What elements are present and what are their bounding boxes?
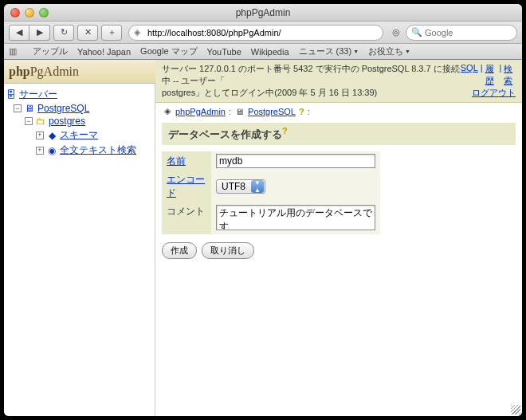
name-input[interactable] bbox=[216, 154, 375, 168]
window-close-button[interactable] bbox=[10, 8, 20, 18]
server-info-banner: サーバー 127.0.0.1 のポート番号 5432 で実行中の Postgre… bbox=[155, 60, 522, 103]
bookmark-wikipedia[interactable]: Wikipedia bbox=[251, 47, 289, 57]
bookmark-youtube[interactable]: YouTube bbox=[207, 47, 241, 57]
bookmarks-bar: ▥ アップル Yahoo! Japan Google マップ YouTube W… bbox=[4, 44, 522, 60]
search-icon: 🔍 bbox=[411, 27, 422, 37]
dropdown-arrow-icon: ▼▲ bbox=[251, 180, 264, 193]
window-zoom-button[interactable] bbox=[39, 8, 49, 18]
url-input[interactable] bbox=[147, 28, 378, 37]
bookmarks-icon[interactable]: ▥ bbox=[9, 46, 23, 57]
bookmark-news[interactable]: ニュース (33)▼ bbox=[299, 45, 359, 57]
fts-icon: ◉ bbox=[46, 145, 57, 156]
tree-schema-node[interactable]: + ◆ スキーマ bbox=[6, 128, 153, 143]
collapse-icon[interactable]: − bbox=[25, 117, 33, 125]
help-icon[interactable]: ? bbox=[282, 126, 288, 135]
nav-tree: 🗄 サーバー − 🖥 PostgreSQL − 🗀 postgres + ◆ ス… bbox=[4, 84, 155, 416]
forward-button[interactable]: ▶ bbox=[29, 25, 50, 41]
servers-icon: 🗄 bbox=[6, 89, 17, 100]
tree-server-node[interactable]: − 🖥 PostgreSQL bbox=[6, 102, 153, 115]
home-button[interactable]: ✕ bbox=[77, 25, 98, 41]
window-minimize-button[interactable] bbox=[25, 8, 34, 18]
server-icon: 🖥 bbox=[234, 106, 245, 116]
window-titlebar: phpPgAdmin bbox=[4, 4, 522, 22]
bookmark-yahoo[interactable]: Yahoo! Japan bbox=[77, 47, 131, 57]
resize-grip[interactable] bbox=[511, 405, 520, 414]
search-link[interactable]: 検索 bbox=[504, 63, 516, 87]
logout-link[interactable]: ログアウト bbox=[472, 87, 516, 99]
search-bar[interactable]: 🔍 bbox=[406, 25, 517, 41]
sql-link[interactable]: SQL bbox=[461, 63, 478, 87]
rss-icon[interactable]: ◎ bbox=[390, 25, 402, 41]
back-button[interactable]: ◀ bbox=[9, 25, 29, 41]
page-heading: データベースを作成する? bbox=[162, 123, 516, 145]
phppgadmin-logo[interactable]: phpPgAdmin bbox=[4, 60, 155, 84]
collapse-icon[interactable]: − bbox=[14, 104, 22, 112]
encoding-label[interactable]: エンコード bbox=[162, 171, 211, 202]
bookmark-apple[interactable]: アップル bbox=[33, 45, 68, 57]
encoding-select[interactable]: UTF8 ▼▲ bbox=[216, 179, 265, 194]
reload-button[interactable]: ↻ bbox=[53, 25, 74, 41]
add-bookmark-button[interactable]: ＋ bbox=[101, 25, 122, 41]
server-icon: 🖥 bbox=[24, 103, 35, 114]
expand-icon[interactable]: + bbox=[36, 131, 44, 139]
comment-label: コメント bbox=[162, 202, 211, 234]
tree-database-node[interactable]: − 🗀 postgres bbox=[6, 115, 153, 128]
name-label[interactable]: 名前 bbox=[162, 151, 211, 171]
window-title: phpPgAdmin bbox=[236, 7, 291, 18]
expand-icon[interactable]: + bbox=[36, 147, 44, 155]
tree-servers-root[interactable]: 🗄 サーバー bbox=[6, 87, 153, 102]
comment-textarea[interactable] bbox=[216, 205, 375, 230]
bookmark-useful[interactable]: お役立ち▼ bbox=[368, 45, 410, 57]
create-button[interactable]: 作成 bbox=[162, 242, 197, 259]
cancel-button[interactable]: 取り消し bbox=[202, 242, 254, 259]
breadcrumb-server[interactable]: PostgreSQL bbox=[248, 107, 296, 116]
breadcrumb-root[interactable]: phpPgAdmin bbox=[175, 107, 226, 116]
pgadmin-icon: ◈ bbox=[162, 106, 172, 116]
site-favicon: ◈ bbox=[134, 27, 144, 37]
database-icon: 🗀 bbox=[35, 116, 46, 127]
history-link[interactable]: 履歴 bbox=[485, 63, 497, 87]
help-icon[interactable]: ? bbox=[299, 107, 304, 116]
browser-toolbar: ◀ ▶ ↻ ✕ ＋ ◈ ◎ 🔍 bbox=[4, 22, 522, 44]
search-input[interactable] bbox=[425, 28, 512, 37]
breadcrumb: ◈ phpPgAdmin : 🖥 PostgreSQL? : bbox=[155, 103, 522, 120]
create-db-form: 名前 エンコード UTF8 ▼▲ コメント bbox=[155, 151, 522, 259]
bookmark-gmaps[interactable]: Google マップ bbox=[140, 45, 198, 57]
url-bar[interactable]: ◈ bbox=[128, 25, 383, 41]
tree-fts-node[interactable]: + ◉ 全文テキスト検索 bbox=[6, 143, 153, 158]
schema-icon: ◆ bbox=[46, 130, 57, 141]
